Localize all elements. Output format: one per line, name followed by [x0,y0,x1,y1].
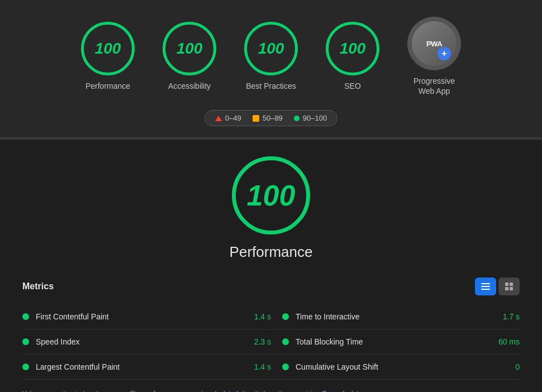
score-item-performance: 100 Performance [81,22,135,91]
score-value-accessibility: 100 [177,40,203,58]
score-label-seo: SEO [344,81,361,91]
score-circle-best-practices[interactable]: 100 [244,22,298,75]
metric-value-tbt: 60 ms [492,337,520,346]
legend-item-high: 90–100 [294,114,327,122]
toggle-list-view[interactable] [475,278,496,295]
pwa-badge-inner: PWA + [412,21,457,66]
high-score-icon [294,116,299,121]
metric-row-cls: Cumulative Layout Shift 0 [271,355,520,380]
score-circle-accessibility[interactable]: 100 [163,22,216,75]
metric-dot-lcp [22,364,29,370]
score-item-seo: 100 SEO [326,22,379,91]
metrics-header: Metrics [22,278,520,295]
low-score-icon [215,116,222,121]
score-value-best-practices: 100 [258,40,284,58]
metric-dot-fcp [22,313,29,320]
legend-item-low: 0–49 [215,114,241,122]
pwa-badge: PWA + [407,17,461,70]
metric-name-lcp: Largest Contentful Paint [36,362,236,371]
svg-rect-48 [510,283,513,286]
score-value-seo: 100 [340,40,366,58]
metric-row-lcp: Largest Contentful Paint 1.4 s [22,355,271,380]
metrics-grid: First Contentful Paint 1.4 s Time to Int… [22,304,520,380]
footer-link1[interactable]: performance score is calculated [144,390,238,392]
metric-row-fcp: First Contentful Paint 1.4 s [22,304,271,329]
metric-row-si: Speed Index 2.3 s [22,329,271,355]
pwa-plus-icon: + [438,47,451,60]
svg-rect-44 [481,283,490,284]
pwa-score-label: ProgressiveWeb App [413,76,455,96]
view-toggle [475,278,520,295]
score-legend: 0–49 50–89 90–100 [205,110,337,126]
score-label-accessibility: Accessibility [168,81,211,91]
performance-score-circle-large: 100 [232,156,310,235]
metric-value-cls: 0 [492,362,520,371]
metric-name-cls: Cumulative Layout Shift [296,362,485,371]
pwa-score-item: PWA + ProgressiveWeb App [407,17,461,96]
svg-rect-47 [505,283,508,286]
score-circle-seo[interactable]: 100 [326,22,379,75]
mid-score-icon [253,115,259,122]
metric-dot-cls [282,364,289,370]
metric-dot-tbt [282,338,289,345]
performance-title: Performance [230,243,313,261]
metric-value-fcp: 1.4 s [243,312,271,321]
legend-range-high: 90–100 [303,114,327,122]
svg-rect-46 [481,289,490,290]
metric-dot-tti [282,313,289,320]
footer-text1: Values are estimated and may vary. The [22,390,144,392]
toggle-grid-view[interactable] [498,278,520,295]
metric-dot-si [22,338,29,345]
legend-range-mid: 50–89 [263,114,283,122]
score-label-best-practices: Best Practices [246,81,296,91]
list-view-icon [481,283,490,290]
legend-item-mid: 50–89 [253,114,283,122]
metric-name-tbt: Total Blocking Time [296,337,485,346]
scores-row: 100 Performance 100 Accessibility 100 Be… [81,17,461,96]
metric-row-tti: Time to Interactive 1.7 s [271,304,520,329]
metric-value-lcp: 1.4 s [243,362,271,371]
legend-range-low: 0–49 [225,114,241,122]
metric-value-si: 2.3 s [243,337,271,346]
pwa-label: PWA [426,40,442,48]
metrics-heading: Metrics [22,281,54,291]
bottom-section: 100 Performance Metrics [0,140,542,392]
score-value-performance: 100 [95,40,121,58]
score-item-best-practices: 100 Best Practices [244,22,298,91]
metric-name-fcp: First Contentful Paint [36,312,236,321]
top-section: 100 Performance 100 Accessibility 100 Be… [0,0,542,138]
score-label-performance: Performance [85,81,130,91]
svg-rect-50 [510,287,513,290]
footer-link2[interactable]: See calculator. [322,390,366,392]
metric-name-si: Speed Index [36,337,236,346]
performance-hero: 100 Performance [22,156,520,261]
score-circle-performance[interactable]: 100 [81,22,135,75]
score-item-accessibility: 100 Accessibility [163,22,216,91]
metric-name-tti: Time to Interactive [296,312,485,321]
footer-text2: directly from these metrics. [238,390,322,392]
svg-rect-49 [505,287,508,290]
metrics-footer: Values are estimated and may vary. The p… [22,389,520,392]
metric-value-tti: 1.7 s [492,312,520,321]
metric-row-tbt: Total Blocking Time 60 ms [271,329,520,355]
svg-rect-45 [481,286,490,287]
performance-score-value: 100 [247,179,296,212]
grid-view-icon [505,283,513,290]
